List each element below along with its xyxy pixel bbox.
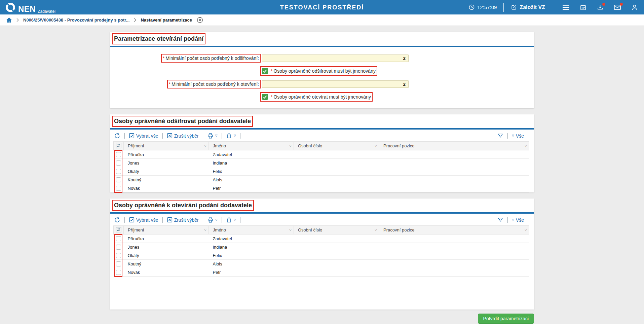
app-logo[interactable]: NEN Zadavatel <box>5 2 55 13</box>
column-header-position[interactable]: Pracovní pozice▽ <box>379 142 529 150</box>
person-row[interactable]: OkátýFelix <box>114 167 529 176</box>
create-vz-label: Založit VZ <box>520 4 545 10</box>
table-cell: Jones <box>124 243 209 251</box>
toolbar-separator <box>162 133 163 139</box>
table-cell: Alois <box>209 176 294 184</box>
export-dropdown-icon[interactable]: ▽ <box>234 134 236 137</box>
confirm-parametrization-button[interactable]: Potvrdit parametrizaci <box>478 314 534 324</box>
table-cell <box>294 251 379 260</box>
filter-button[interactable] <box>497 133 503 139</box>
row-checkbox[interactable] <box>116 253 121 258</box>
column-filter-icon[interactable]: ▽ <box>375 228 377 231</box>
create-vz-button[interactable]: Založit VZ <box>510 4 545 11</box>
checkbox-cross-icon <box>167 217 173 223</box>
print-button[interactable]: ▽ <box>207 133 218 139</box>
filter-funnel-icon <box>497 217 503 223</box>
downloads-icon[interactable] <box>597 4 604 11</box>
table-cell: Okátý <box>124 251 209 260</box>
row-checkbox[interactable] <box>116 270 121 275</box>
export-button[interactable]: ▽ <box>226 133 236 139</box>
export-icon <box>226 217 232 223</box>
home-icon[interactable] <box>6 17 12 23</box>
open-count-input[interactable] <box>262 80 409 88</box>
print-dropdown-icon[interactable]: ▽ <box>215 134 218 137</box>
clear-selection-button[interactable]: Zrušit výběr <box>167 133 199 139</box>
person-row[interactable]: JonesIndiana <box>114 159 529 167</box>
view-all-filter[interactable]: ▽ Vše <box>512 133 524 139</box>
person-row[interactable]: PříručkaZadavatel <box>114 150 529 159</box>
user-profile-icon[interactable] <box>631 4 638 11</box>
breadcrumb: N006/25/V00005438 - Provozování prodejny… <box>0 14 644 26</box>
refresh-button[interactable] <box>114 133 120 139</box>
person-row[interactable]: KoutnýAlois <box>114 176 529 184</box>
column-filter-icon[interactable]: ▽ <box>289 228 292 231</box>
decrypt-named-checkbox[interactable] <box>262 68 268 74</box>
person-row[interactable]: PříručkaZadavatel <box>114 235 529 243</box>
open-named-checkbox[interactable] <box>262 94 268 100</box>
row-checkbox[interactable] <box>116 160 121 166</box>
filter-button[interactable] <box>497 217 503 223</box>
column-filter-icon[interactable]: ▽ <box>525 228 527 231</box>
column-header-personal-number[interactable]: Osobní číslo▽ <box>294 226 379 235</box>
refresh-button[interactable] <box>114 217 120 223</box>
check-icon <box>263 69 267 73</box>
column-settings-button[interactable] <box>114 142 124 150</box>
row-checkbox[interactable] <box>116 261 121 266</box>
row-checkbox[interactable] <box>116 236 121 241</box>
row-select-cell <box>114 268 124 277</box>
table-cell <box>294 235 379 243</box>
grid-toolbar: Vybrat vše Zrušit výběr ▽ <box>110 214 534 225</box>
column-filter-icon[interactable]: ▽ <box>289 144 292 147</box>
column-settings-icon <box>116 143 121 148</box>
server-time: 12:57:09 <box>468 4 497 10</box>
table-cell <box>294 184 379 192</box>
row-checkbox[interactable] <box>116 177 121 182</box>
menu-icon[interactable] <box>562 4 570 10</box>
view-all-filter[interactable]: ▽ Vše <box>512 217 524 223</box>
decrypt-count-input[interactable] <box>262 55 409 62</box>
messages-icon[interactable] <box>614 4 621 10</box>
top-header: NEN Zadavatel TESTOVACÍ PROSTŘEDÍ 12:57:… <box>0 0 644 14</box>
clear-selection-button[interactable]: Zrušit výběr <box>167 217 199 223</box>
column-header-name[interactable]: Jméno▽ <box>209 226 294 235</box>
select-all-button[interactable]: Vybrat vše <box>129 217 158 223</box>
printer-icon <box>207 133 214 139</box>
person-row[interactable]: JonesIndiana <box>114 243 529 251</box>
breadcrumb-contract-link[interactable]: N006/25/V00005438 - Provozování prodejny… <box>23 17 129 23</box>
print-button[interactable]: ▽ <box>207 217 218 223</box>
breadcrumb-current-page: Nastavení parametrizace <box>141 17 192 23</box>
column-filter-icon[interactable]: ▽ <box>204 144 206 147</box>
row-checkbox[interactable] <box>116 245 121 250</box>
column-header-name[interactable]: Jméno▽ <box>209 142 294 150</box>
column-filter-icon[interactable]: ▽ <box>525 144 527 147</box>
column-header-surname[interactable]: Příjmení▽ <box>124 226 209 235</box>
open-persons-section: Osoby oprávněné k otevírání podání dodav… <box>110 199 534 310</box>
column-header-personal-number[interactable]: Osobní číslo▽ <box>294 142 379 150</box>
calendar-icon[interactable] <box>580 4 586 11</box>
table-header-row: Příjmení▽ Jméno▽ Osobní číslo▽ Pracovní … <box>114 142 529 150</box>
person-row[interactable]: NovákPetr <box>114 268 529 277</box>
column-header-surname[interactable]: Příjmení▽ <box>124 142 209 150</box>
column-settings-button[interactable] <box>114 226 124 235</box>
export-dropdown-icon[interactable]: ▽ <box>234 218 236 221</box>
person-row[interactable]: OkátýFelix <box>114 251 529 260</box>
column-header-position[interactable]: Pracovní pozice▽ <box>379 226 529 235</box>
refresh-icon <box>114 133 120 139</box>
table-cell <box>294 243 379 251</box>
print-dropdown-icon[interactable]: ▽ <box>215 218 218 221</box>
person-row[interactable]: KoutnýAlois <box>114 260 529 268</box>
row-checkbox[interactable] <box>116 169 121 174</box>
select-all-button[interactable]: Vybrat vše <box>129 133 158 139</box>
row-select-cell <box>114 235 124 243</box>
row-checkbox[interactable] <box>116 186 121 191</box>
close-tab-icon[interactable] <box>197 17 203 23</box>
person-row[interactable]: NovákPetr <box>114 184 529 192</box>
table-cell <box>379 243 529 251</box>
row-checkbox[interactable] <box>116 152 121 157</box>
header-separator <box>503 3 504 12</box>
column-filter-icon[interactable]: ▽ <box>375 144 377 147</box>
table-cell <box>294 150 379 159</box>
column-filter-icon[interactable]: ▽ <box>204 228 206 231</box>
export-button[interactable]: ▽ <box>226 217 236 223</box>
decrypt-persons-section: Osoby oprávněné odšifrovat podání dodava… <box>110 114 534 192</box>
